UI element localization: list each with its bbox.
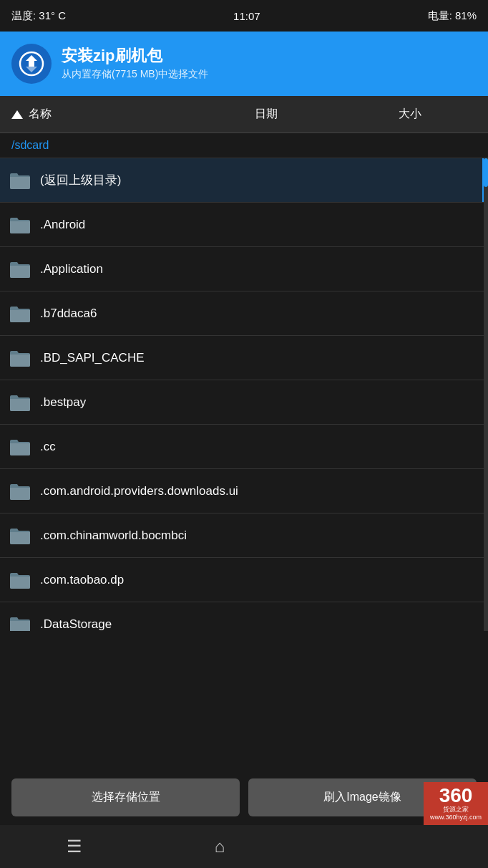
folder-icon <box>9 569 31 592</box>
column-date-header[interactable]: 日期 <box>194 107 338 122</box>
folder-icon <box>9 435 31 458</box>
bottom-buttons: 选择存储位置 刷入Image镜像 <box>0 770 488 825</box>
file-name-text: .cc <box>40 440 479 454</box>
file-row[interactable]: .Application <box>0 247 488 291</box>
battery-text: 电量: 81% <box>428 9 477 23</box>
status-bar: 温度: 31° C 11:07 电量: 81% <box>0 0 488 32</box>
badge-line1: 货源之家 <box>443 806 469 814</box>
file-row[interactable]: .com.android.providers.downloads.ui <box>0 469 488 513</box>
badge-360: 360 货源之家 www.360hyzj.com <box>424 782 488 825</box>
folder-icon <box>9 169 31 192</box>
menu-icon[interactable]: ☰ <box>67 836 82 857</box>
file-row[interactable]: .b7ddaca6 <box>0 291 488 336</box>
header-subtitle: 从内置存储(7715 MB)中选择文件 <box>62 68 208 81</box>
file-row[interactable]: (返回上级目录) <box>0 158 488 203</box>
file-row[interactable]: .com.taobao.dp <box>0 558 488 602</box>
nav-bar: ☰ ⌂ <box>0 825 488 868</box>
badge-number: 360 <box>439 786 473 806</box>
file-name-text: (返回上级目录) <box>40 172 477 188</box>
time-text: 11:07 <box>233 10 260 22</box>
file-row[interactable]: .bestpay <box>0 380 488 425</box>
home-icon[interactable]: ⌂ <box>215 836 225 857</box>
file-name-text: .Application <box>40 262 479 276</box>
temperature-text: 温度: 31° C <box>11 9 66 23</box>
file-list-container[interactable]: (返回上级目录) .Android .Application .b7ddaca6… <box>0 158 488 631</box>
app-icon <box>11 44 52 84</box>
sort-triangle-icon <box>11 110 23 119</box>
scrollbar-track[interactable] <box>484 158 488 631</box>
file-name-text: .Android <box>40 218 479 232</box>
column-name-header[interactable]: 名称 <box>6 107 194 122</box>
folder-icon <box>9 213 31 236</box>
file-row[interactable]: .BD_SAPI_CACHE <box>0 336 488 380</box>
path-indicator: /sdcard <box>0 133 488 158</box>
file-name-text: .b7ddaca6 <box>40 307 479 321</box>
header-title: 安装zip刷机包 <box>62 47 208 65</box>
app-header: 安装zip刷机包 从内置存储(7715 MB)中选择文件 <box>0 32 488 96</box>
file-row[interactable]: .Android <box>0 203 488 247</box>
file-name-text: .com.chinamworld.bocmbci <box>40 529 479 543</box>
file-list: (返回上级目录) .Android .Application .b7ddaca6… <box>0 158 488 631</box>
badge-line2: www.360hyzj.com <box>430 814 482 821</box>
folder-icon <box>9 613 31 632</box>
column-headers: 名称 日期 大小 <box>0 96 488 133</box>
select-storage-button[interactable]: 选择存储位置 <box>11 778 240 816</box>
folder-icon <box>9 258 31 281</box>
folder-icon <box>9 391 31 414</box>
file-name-text: .com.android.providers.downloads.ui <box>40 484 479 498</box>
folder-icon <box>9 480 31 503</box>
folder-icon <box>9 302 31 325</box>
folder-icon <box>9 347 31 370</box>
column-size-header[interactable]: 大小 <box>338 107 482 122</box>
scrollbar-thumb[interactable] <box>484 158 488 187</box>
path-text: /sdcard <box>11 139 49 151</box>
file-name-text: .bestpay <box>40 395 479 410</box>
file-row[interactable]: .DataStorage <box>0 602 488 631</box>
file-name-text: .com.taobao.dp <box>40 573 479 587</box>
folder-icon <box>9 524 31 547</box>
file-row[interactable]: .com.chinamworld.bocmbci <box>0 513 488 558</box>
file-name-text: .BD_SAPI_CACHE <box>40 351 479 365</box>
file-name-text: .DataStorage <box>40 617 479 632</box>
file-row[interactable]: .cc <box>0 425 488 469</box>
header-text: 安装zip刷机包 从内置存储(7715 MB)中选择文件 <box>62 47 208 80</box>
